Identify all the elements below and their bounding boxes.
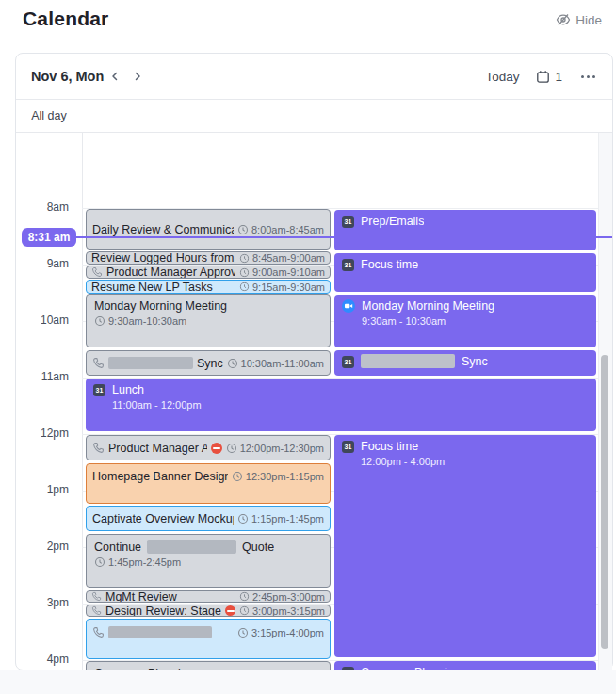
phone-icon [92,442,105,454]
event-sync-left[interactable]: Sync 10:30am-11:00am [86,350,331,376]
hour-label: 9am [16,257,69,272]
today-button[interactable]: Today [485,70,519,84]
event-sync-right[interactable]: 31 Sync [334,350,596,376]
event-daily-review[interactable]: Daily Review & Communicat 8:00am-8:45am [86,209,331,250]
hour-label: 2pm [16,540,69,555]
event-prep-emails[interactable]: 31 Prep/Emails [334,210,596,250]
clock-icon [237,513,249,525]
clock-icon [232,471,243,482]
next-day-button[interactable] [126,65,149,88]
hour-label: 1pm [16,483,69,498]
event-lunch[interactable]: 31 Lunch 11:00am - 12:00pm [86,379,596,431]
hour-label: 12pm [16,427,69,442]
clock-icon [94,315,105,327]
scrollbar-thumb[interactable] [601,355,608,649]
event-design-review-staged[interactable]: Design Review: Staged 3:00pm-3:15pm [86,605,331,617]
calendar-icon [536,70,550,84]
event-company-planning-left[interactable]: Company Planning 4:00pm-5:00pm [86,661,331,670]
redacted-text [147,540,236,554]
google-calendar-icon: 31 [342,259,354,271]
scrollbar-track [598,133,612,670]
event-mgmt-review[interactable]: MgMt Review 2:45pm-3:00pm [86,590,331,603]
event-review-logged-hours[interactable]: Review Logged Hours from P 8:45am-9:00am [86,251,331,265]
event-monday-morning-meeting-right[interactable]: Monday Morning Meeting 9:30am - 10:30am [334,295,596,347]
no-entry-icon [225,605,235,616]
phone-icon [91,605,102,616]
chevron-left-icon [109,71,121,82]
current-time-badge: 8:31 am [22,228,76,247]
event-monday-morning-meeting-left[interactable]: Monday Morning Meeting 9:30am-10:30am [86,294,331,347]
gutter-divider [82,133,83,670]
phone-icon [92,626,105,638]
clock-icon [239,605,250,616]
zoom-icon [342,299,355,313]
redacted-text [108,357,193,369]
no-entry-icon [211,443,222,454]
calendar-toolbar: Nov 6, Mon Today [16,54,612,100]
google-calendar-icon: 31 [342,441,354,453]
hour-label: 3pm [16,596,69,611]
date-label: Nov 6, Mon [31,69,104,84]
hour-label: 8am [16,201,69,216]
clock-icon [237,627,249,638]
all-day-label: All day [16,100,82,132]
hour-label: 10am [16,314,69,329]
all-day-row: All day [16,100,612,133]
hide-label: Hide [575,13,602,27]
event-sync-blue[interactable]: 3:15pm-4:00pm [86,619,331,659]
current-time-line [76,236,612,238]
calendar-count: 1 [555,70,562,84]
event-continue-quote[interactable]: Continue Quote 1:45pm-2:45pm [86,534,331,588]
calendar-view: Calendar Hide Nov 6, Mon [0,0,616,694]
page-background-band [0,670,616,694]
clock-icon [239,267,250,278]
chevron-right-icon [132,71,143,82]
google-calendar-icon: 31 [342,356,354,368]
event-product-manager-ap[interactable]: Product Manager Ap 12:00pm-12:30pm [86,435,331,460]
redacted-text [361,354,455,368]
event-homepage-banner-designs[interactable]: Homepage Banner Designs 12:30pm-1:15pm [86,463,331,504]
event-focus-time-afternoon[interactable]: 31 Focus time 12:00pm - 4:00pm [334,435,596,657]
clock-icon [239,282,250,292]
time-grid: 8am 9am 10am 11am 12pm 1pm 2pm 3pm 4pm 5… [16,133,612,670]
event-resume-new-lp-tasks[interactable]: Resume New LP Tasks 9:15am-9:30am [86,280,331,294]
eye-off-icon [556,12,571,27]
calendar-count-button[interactable]: 1 [536,70,562,84]
clock-icon [239,591,250,602]
phone-icon [91,266,103,278]
page-title: Calendar [23,8,108,30]
phone-icon [92,357,105,369]
clock-icon [237,224,249,235]
clock-icon [239,253,250,264]
hour-label: 11am [16,370,69,385]
redacted-text [108,626,212,638]
event-product-manager-approval[interactable]: Product Manager Approv 9:00am-9:10am [86,266,331,279]
clock-icon [94,557,105,568]
hour-label: 4pm [16,653,69,668]
clock-icon [227,358,238,369]
google-calendar-icon: 31 [93,384,105,396]
prev-day-button[interactable] [104,65,126,88]
clock-icon [226,443,237,454]
phone-icon [91,591,102,602]
event-company-planning-right[interactable]: 31 Company Planning 4:00pm - 5:00pm [334,661,596,670]
calendar-card: Nov 6, Mon Today [15,53,613,670]
hide-button[interactable]: Hide [556,12,602,27]
more-options-button[interactable] [579,72,597,82]
event-focus-time-morning[interactable]: 31 Focus time [334,253,596,292]
event-captivate-overview-mockup[interactable]: Captivate Overview Mockup 1:15pm-1:45pm [86,506,331,531]
google-calendar-icon: 31 [342,216,354,228]
